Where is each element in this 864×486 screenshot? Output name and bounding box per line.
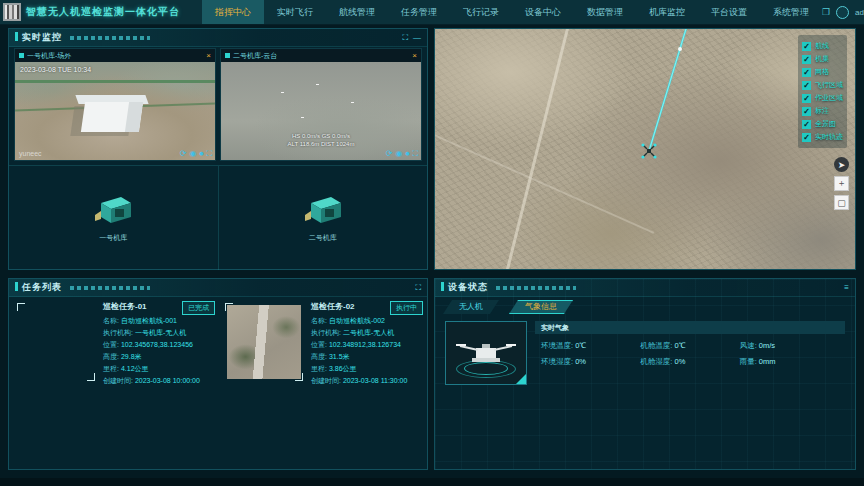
checkbox-checked-icon[interactable]: ✓ bbox=[802, 120, 811, 129]
stat-wind-speed: 风速: 0m/s bbox=[740, 341, 839, 351]
telemetry-line-2: ALT 118.6m DIST 1024m bbox=[288, 140, 355, 148]
task2-thumbnail[interactable] bbox=[227, 305, 301, 379]
map-controls: ➤ ＋ ▢ bbox=[834, 157, 849, 210]
drone-marker-icon[interactable] bbox=[641, 143, 657, 159]
bird-speck bbox=[316, 84, 319, 85]
panel-expand-icon[interactable]: ⛶ bbox=[402, 34, 408, 42]
fence-line bbox=[15, 80, 215, 83]
nav-item-platform-settings[interactable]: 平台设置 bbox=[698, 0, 760, 24]
compass-button[interactable]: ➤ bbox=[834, 157, 849, 172]
camera-status-icon bbox=[225, 53, 230, 58]
checkbox-checked-icon[interactable]: ✓ bbox=[802, 133, 811, 142]
task1-row-altitude: 高度: 29.8米 bbox=[103, 351, 217, 363]
record-icon[interactable]: ⏺ bbox=[199, 150, 203, 158]
video2-stream[interactable]: HS 0.0m/s GS 0.0m/s ALT 118.6m DIST 1024… bbox=[221, 62, 421, 160]
video1-label: 一号机库-场外 bbox=[27, 51, 71, 61]
legend-item-flight-zone[interactable]: ✓ 飞行区域 bbox=[802, 80, 843, 90]
nav-item-data-management[interactable]: 数据管理 bbox=[574, 0, 636, 24]
panel-minimize-icon[interactable]: — bbox=[413, 34, 421, 42]
nav-item-task-management[interactable]: 任务管理 bbox=[388, 0, 450, 24]
video1-stream[interactable]: 2023-03-08 TUE 10:34 yuneec ⟳ ◉ ⏺ ⛶ bbox=[15, 62, 215, 160]
nav-item-flight-records[interactable]: 飞行记录 bbox=[450, 0, 512, 24]
nav-item-command-center[interactable]: 指挥中心 bbox=[202, 0, 264, 24]
capture-icon[interactable]: ◉ bbox=[395, 150, 402, 158]
checkbox-checked-icon[interactable]: ✓ bbox=[802, 107, 811, 116]
capture-icon[interactable]: ◉ bbox=[189, 150, 196, 158]
hangar-slot-2[interactable]: 二号机库 bbox=[218, 166, 428, 270]
weather-stats: 实时气象 环境温度: 0℃ 机舱温度: 0℃ 风速: 0m/s 环境湿度: 0%… bbox=[535, 321, 845, 367]
record-icon[interactable]: ⏺ bbox=[405, 150, 409, 158]
task1-row-distance: 里程: 4.12公里 bbox=[103, 363, 217, 375]
nav-item-realtime-flight[interactable]: 实时飞行 bbox=[264, 0, 326, 24]
task-card-1[interactable]: 已完成 巡检任务-01 名称: 自动巡检航线-001 执行机构: 一号机库-无人… bbox=[19, 301, 217, 461]
checkbox-checked-icon[interactable]: ✓ bbox=[802, 42, 811, 51]
legend-item-panorama[interactable]: ✓ 全景图 bbox=[802, 119, 843, 129]
task1-row-executor: 执行机构: 一号机库-无人机 bbox=[103, 327, 217, 339]
top-navbar: 智慧无人机巡检监测一体化平台 指挥中心 实时飞行 航线管理 任务管理 飞行记录 … bbox=[0, 0, 864, 25]
drone-icon bbox=[446, 322, 526, 384]
task2-row-distance: 里程: 3.86公里 bbox=[311, 363, 425, 375]
video1-header: 一号机库-场外 × bbox=[15, 49, 215, 62]
drone-dock-building bbox=[81, 102, 143, 132]
checkbox-checked-icon[interactable]: ✓ bbox=[802, 94, 811, 103]
fullscreen-icon[interactable]: ⛶ bbox=[206, 150, 212, 158]
bird-speck bbox=[301, 117, 304, 118]
layers-button[interactable]: ▢ bbox=[834, 195, 849, 210]
device-panel-header: 设备状态 ≡ bbox=[435, 279, 855, 297]
zoom-in-button[interactable]: ＋ bbox=[834, 176, 849, 191]
legend-item-work-zone[interactable]: ✓ 作业区域 bbox=[802, 93, 843, 103]
task2-title: 巡检任务-02 bbox=[311, 301, 425, 312]
task-panel-header: 任务列表 ⛶ bbox=[9, 279, 427, 297]
legend-item-live-track[interactable]: ✓ 实时轨迹 bbox=[802, 132, 843, 142]
stat-env-humidity: 环境湿度: 0% bbox=[541, 357, 640, 367]
video-feed-2: 二号机库-云台 × HS 0.0m/s GS 0.0m/s ALT 118.6m… bbox=[220, 48, 422, 161]
bird-speck bbox=[281, 92, 284, 93]
stats-header: 实时气象 bbox=[535, 321, 845, 334]
video2-label: 二号机库-云台 bbox=[233, 51, 277, 61]
hangar-slot-1[interactable]: 一号机库 bbox=[9, 166, 218, 270]
panel-menu-icon[interactable]: ≡ bbox=[844, 284, 849, 292]
nav-item-system-management[interactable]: 系统管理 bbox=[760, 0, 822, 24]
task-card-2[interactable]: 执行中 巡检任务-02 名称: 自动巡检航线-002 执行机构: 二号机库-无人… bbox=[227, 301, 425, 461]
nav-item-route-management[interactable]: 航线管理 bbox=[326, 0, 388, 24]
refresh-icon[interactable]: ⟳ bbox=[386, 150, 393, 158]
drone-dock-image bbox=[445, 321, 527, 385]
nav-item-hangar-monitor[interactable]: 机库监控 bbox=[636, 0, 698, 24]
satellite-map[interactable]: ✓ 航线 ✓ 机巢 ✓ 网格 ✓ 飞行区域 ✓ 作业区域 ✓ 标注 bbox=[435, 29, 855, 269]
task2-row-altitude: 高度: 31.5米 bbox=[311, 351, 425, 363]
close-icon[interactable]: × bbox=[206, 52, 211, 60]
user-name: admin bbox=[855, 8, 864, 17]
close-icon[interactable]: × bbox=[412, 52, 417, 60]
checkbox-checked-icon[interactable]: ✓ bbox=[802, 55, 811, 64]
fullscreen-icon[interactable]: ❐ bbox=[822, 7, 830, 17]
fullscreen-icon[interactable]: ⛶ bbox=[412, 150, 418, 158]
video2-header: 二号机库-云台 × bbox=[221, 49, 421, 62]
task2-row-created: 创建时间: 2023-03-08 11:30:00 bbox=[311, 375, 425, 387]
tab-weather[interactable]: 气象信息 bbox=[509, 300, 573, 314]
legend-item-route[interactable]: ✓ 航线 bbox=[802, 41, 843, 51]
legend-item-grid[interactable]: ✓ 网格 bbox=[802, 67, 843, 77]
bird-speck bbox=[351, 102, 354, 103]
monitor-panel: 实时监控 ⛶ — 一号机库-场外 × 2023-03-08 TUE 10:34 … bbox=[8, 28, 428, 270]
app-title: 智慧无人机巡检监测一体化平台 bbox=[26, 5, 180, 19]
checkbox-checked-icon[interactable]: ✓ bbox=[802, 81, 811, 90]
panel-expand-icon[interactable]: ⛶ bbox=[415, 284, 421, 292]
user-avatar[interactable] bbox=[836, 6, 849, 19]
task1-thumbnail[interactable] bbox=[19, 305, 93, 379]
device-status-panel: 设备状态 ≡ 无人机 气象信息 实时气象 环境温度: 0℃ bbox=[434, 278, 856, 470]
map-road bbox=[435, 126, 654, 234]
legend-item-annotation[interactable]: ✓ 标注 bbox=[802, 106, 843, 116]
refresh-icon[interactable]: ⟳ bbox=[180, 150, 187, 158]
hangar-icon bbox=[91, 193, 135, 229]
nav-item-device-center[interactable]: 设备中心 bbox=[512, 0, 574, 24]
main-nav: 指挥中心 实时飞行 航线管理 任务管理 飞行记录 设备中心 数据管理 机库监控 … bbox=[202, 0, 822, 24]
camera-status-icon bbox=[19, 53, 24, 58]
task2-row-executor: 执行机构: 二号机库-无人机 bbox=[311, 327, 425, 339]
video2-controls: ⟳ ◉ ⏺ ⛶ bbox=[386, 150, 418, 158]
header-dashes-decoration bbox=[70, 36, 150, 40]
legend-item-dock[interactable]: ✓ 机巢 bbox=[802, 54, 843, 64]
checkbox-checked-icon[interactable]: ✓ bbox=[802, 68, 811, 77]
task1-row-location: 位置: 102.345678,38.123456 bbox=[103, 339, 217, 351]
tab-drone[interactable]: 无人机 bbox=[443, 300, 499, 314]
task-list-panel: 任务列表 ⛶ 已完成 巡检任务-01 名称: 自动巡检航线-001 执行机构: … bbox=[8, 278, 428, 470]
